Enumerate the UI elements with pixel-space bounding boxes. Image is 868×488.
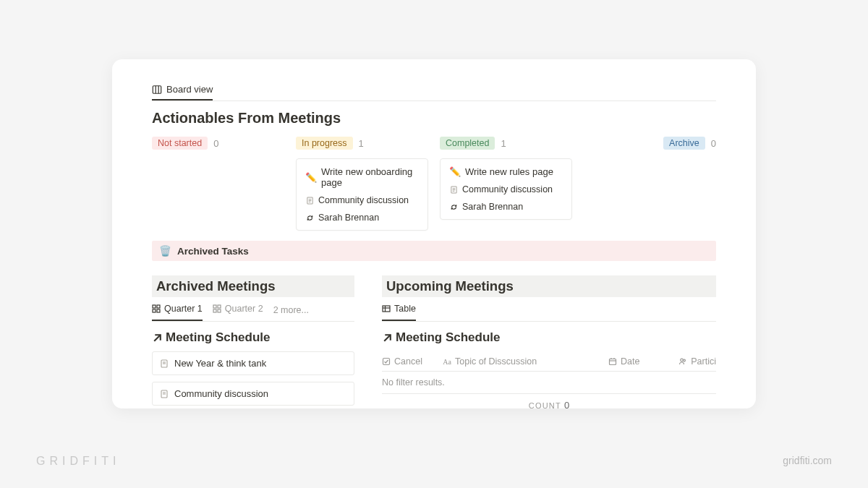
quarter-tabs: Quarter 1 Quarter 2 2 more... (152, 299, 354, 322)
item-label: New Year & think tank (174, 358, 266, 369)
th-label: Topic of Disscussion (455, 356, 537, 367)
count-value: 0 (564, 400, 569, 408)
upcoming-meetings-heading: Upcoming Meetings (382, 275, 716, 297)
no-results-text: No filter results. (382, 372, 716, 394)
column-archive: Archive 0 (584, 137, 716, 231)
card-tag: Community discussion (318, 195, 409, 205)
th-topic[interactable]: Aa Topic of Disscussion (443, 356, 591, 367)
card-assignee: Sarah Brennan (318, 213, 379, 223)
svg-rect-13 (153, 309, 156, 312)
svg-point-39 (684, 359, 686, 361)
tab-quarter-1[interactable]: Quarter 1 (152, 299, 203, 321)
svg-line-19 (154, 335, 161, 341)
upcoming-meetings-section: Upcoming Meetings Table Meeting Schedule (382, 275, 716, 408)
tab-label: Quarter 1 (164, 304, 203, 314)
card-assignee: Sarah Brennan (462, 202, 523, 212)
svg-line-32 (384, 335, 391, 341)
card-title: Write new rules page (465, 166, 553, 177)
tab-quarter-2[interactable]: Quarter 2 (213, 299, 263, 321)
th-date[interactable]: Date (608, 356, 659, 367)
pencil-icon: ✏️ (305, 172, 317, 183)
pencil-icon: ✏️ (449, 166, 461, 177)
page-icon (305, 196, 314, 205)
card-title: Write new onboarding page (321, 166, 419, 188)
schedule-link[interactable]: Meeting Schedule (152, 330, 354, 345)
th-label: Partici (691, 356, 716, 367)
status-pill: Not started (152, 137, 208, 150)
schedule-title-text: Meeting Schedule (166, 330, 271, 345)
tab-label: Quarter 2 (225, 304, 263, 314)
archived-meetings-section: Archived Meetings Quarter 1 Quarter 2 2 … (152, 275, 354, 408)
column-header[interactable]: Completed 1 (440, 137, 572, 150)
schedule-title-text: Meeting Schedule (396, 330, 501, 345)
board-columns: Not started 0 In progress 1 ✏️ Write new… (152, 137, 716, 231)
tab-board-view[interactable]: Board view (152, 81, 213, 100)
column-count: 0 (711, 138, 716, 149)
svg-rect-0 (153, 85, 161, 93)
text-icon: Aa (443, 357, 451, 366)
card-tag: Community discussion (462, 184, 553, 194)
section-title: Actionables From Meetings (152, 110, 716, 127)
people-icon (678, 357, 687, 366)
svg-rect-12 (157, 305, 160, 308)
svg-rect-16 (218, 305, 221, 308)
column-completed: Completed 1 ✏️ Write new rules page Comm… (440, 137, 572, 231)
task-card[interactable]: ✏️ Write new rules page Community discus… (440, 158, 572, 220)
tab-table[interactable]: Table (382, 299, 416, 321)
archived-tasks-label: Archived Tasks (177, 246, 249, 257)
svg-rect-18 (218, 309, 221, 312)
view-tabs: Board view (152, 81, 716, 101)
status-pill: Completed (440, 137, 495, 150)
page-icon (160, 390, 169, 398)
archived-tasks-band[interactable]: 🗑️ Archived Tasks (152, 241, 716, 261)
column-header[interactable]: In progress 1 (296, 137, 428, 150)
column-header[interactable]: Not started 0 (152, 137, 284, 150)
svg-point-38 (681, 359, 684, 361)
item-label: Community discussion (174, 388, 268, 399)
app-card: Board view Actionables From Meetings Not… (112, 59, 756, 408)
status-pill: In progress (296, 137, 353, 150)
column-count: 1 (359, 138, 364, 149)
svg-rect-33 (383, 359, 390, 365)
count-row: COUNT0 (382, 394, 716, 408)
page-icon (160, 359, 169, 368)
lower-grid: Archived Meetings Quarter 1 Quarter 2 2 … (152, 275, 716, 408)
column-count: 1 (501, 138, 506, 149)
gallery-icon (152, 304, 161, 313)
brand-wordmark: GRIDFITI (36, 455, 120, 468)
th-participants[interactable]: Partici (676, 356, 716, 367)
svg-rect-34 (610, 359, 616, 365)
column-in-progress: In progress 1 ✏️ Write new onboarding pa… (296, 137, 428, 231)
column-header[interactable]: Archive 0 (584, 137, 716, 150)
archived-meetings-heading: Archived Meetings (152, 275, 354, 297)
list-item[interactable]: New Year & think tank (152, 351, 354, 375)
tab-label: Table (394, 304, 416, 314)
gallery-icon (213, 304, 221, 313)
schedule-link[interactable]: Meeting Schedule (382, 330, 716, 345)
arrow-up-right-icon (152, 333, 163, 343)
arrow-up-right-icon (382, 333, 393, 343)
svg-rect-17 (213, 309, 216, 312)
th-label: Cancel (394, 356, 422, 367)
task-card[interactable]: ✏️ Write new onboarding page Community d… (296, 158, 428, 231)
table-icon (382, 304, 391, 313)
th-cancel[interactable]: Cancel (382, 356, 425, 367)
column-count: 0 (213, 138, 218, 149)
board-icon (152, 85, 162, 95)
more-tabs[interactable]: 2 more... (273, 305, 309, 315)
status-pill: Archive (663, 137, 705, 150)
th-label: Date (621, 356, 639, 367)
sync-icon (449, 202, 458, 211)
svg-rect-29 (383, 306, 390, 312)
svg-rect-14 (157, 309, 160, 312)
svg-rect-11 (153, 305, 156, 308)
checkbox-icon (382, 357, 391, 366)
trash-icon: 🗑️ (159, 245, 171, 257)
count-label: COUNT (529, 401, 561, 408)
svg-rect-15 (213, 305, 216, 308)
sync-icon (305, 213, 314, 222)
right-tabs: Table (382, 299, 716, 322)
list-item[interactable]: Community discussion (152, 382, 354, 406)
tab-label: Board view (166, 84, 213, 95)
column-not-started: Not started 0 (152, 137, 284, 231)
